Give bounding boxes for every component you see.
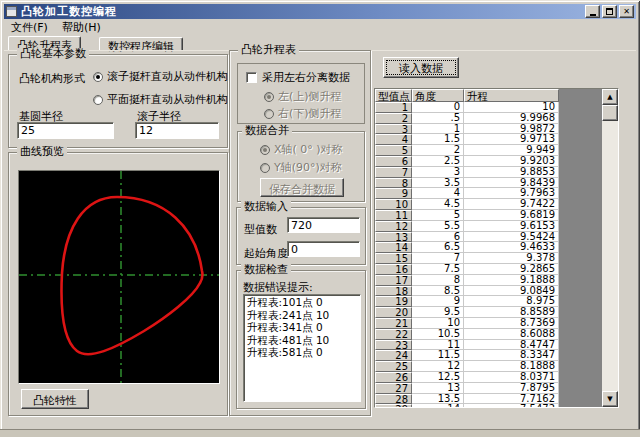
table-cell: 5 [412, 210, 464, 221]
table-cell: 9.5 [412, 307, 464, 318]
scroll-down-button[interactable]: ▼ [602, 391, 618, 407]
maximize-button[interactable] [602, 5, 617, 18]
group-basic-params: 凸轮基本参数 凸轮机构形式 滚子挺杆直动从动件机构 平面挺杆直动从动件机构 基圆… [8, 54, 228, 148]
close-button[interactable]: ✕ [619, 5, 634, 18]
error-list-item[interactable]: 升程表:241点 10 [247, 309, 360, 322]
table-row[interactable]: 2411.58.3347 [375, 350, 559, 361]
error-hint-label: 数据错误提示: [243, 280, 313, 295]
table-cell: 1.5 [412, 134, 464, 145]
table-row[interactable]: 41.59.9713 [375, 134, 559, 145]
table-cell: 1 [375, 102, 412, 113]
table-row[interactable]: 27137.8795 [375, 383, 559, 394]
table-row[interactable]: 21108.7369 [375, 318, 559, 329]
table-cell: 22 [375, 329, 412, 340]
grid-vertical-scrollbar[interactable]: ▲ ▼ [602, 89, 618, 407]
table-cell: 23 [375, 340, 412, 351]
table-cell: 9.9203 [464, 156, 559, 167]
roller-radius-field[interactable]: 12 [135, 122, 219, 139]
separate-data-checkbox[interactable]: 采用左右分离数据 [246, 70, 350, 85]
table-row[interactable]: 1789.1888 [375, 275, 559, 286]
table-cell: 8 [412, 275, 464, 286]
table-row[interactable]: 125.59.6153 [375, 221, 559, 232]
table-row[interactable]: 1369.5424 [375, 232, 559, 243]
scroll-up-button[interactable]: ▲ [602, 89, 618, 105]
table-cell: 3 [375, 124, 412, 135]
table-row[interactable]: 1998.975 [375, 296, 559, 307]
table-row[interactable]: 529.949 [375, 145, 559, 156]
radio-flat-follower[interactable]: 平面挺杆直动从动件机构 [93, 92, 228, 107]
table-cell: 8 [375, 178, 412, 189]
group-data-input-title: 数据输入 [241, 201, 291, 213]
table-cell: 3 [412, 167, 464, 178]
table-row[interactable]: 167.59.2865 [375, 264, 559, 275]
col-header-angle: 角度 [412, 89, 464, 102]
table-row[interactable]: 1159.6819 [375, 210, 559, 221]
app-icon [6, 6, 17, 17]
title-bar[interactable]: 凸轮加工数控编程 ✕ [4, 4, 636, 19]
table-cell: 2 [412, 145, 464, 156]
table-row[interactable]: 104.59.7422 [375, 199, 559, 210]
table-cell: 9.2865 [464, 264, 559, 275]
table-cell: 8.0371 [464, 372, 559, 383]
table-cell: 4 [412, 188, 464, 199]
start-angle-field[interactable]: 0 [287, 241, 360, 257]
table-row[interactable]: 209.58.8589 [375, 307, 559, 318]
table-cell: 2 [375, 113, 412, 124]
error-list-item[interactable]: 升程表:581点 0 [247, 346, 360, 359]
read-data-button[interactable]: 读入数据 [383, 57, 459, 78]
table-row[interactable]: 2210.58.6088 [375, 329, 559, 340]
table-cell: 11 [412, 340, 464, 351]
scroll-thumb[interactable] [602, 105, 618, 121]
table-row[interactable]: 319.9872 [375, 124, 559, 135]
table-row[interactable]: 2.59.9968 [375, 113, 559, 124]
table-row[interactable]: 739.8853 [375, 167, 559, 178]
table-row[interactable]: 2612.58.0371 [375, 372, 559, 383]
tab-nc-editor[interactable]: 数控程序编辑 [99, 37, 183, 51]
table-cell: 16 [375, 264, 412, 275]
error-list-item[interactable]: 升程表:341点 0 [247, 321, 360, 334]
table-row[interactable]: 23118.4747 [375, 340, 559, 351]
table-cell: 10 [375, 199, 412, 210]
point-count-field[interactable]: 720 [287, 217, 360, 233]
table-cell: 12 [375, 221, 412, 232]
radio-icon [264, 92, 274, 102]
cam-feature-button[interactable]: 凸轮特性 [21, 389, 89, 409]
table-row[interactable]: 29147.5472 [375, 404, 559, 407]
window-bottom-edge [0, 429, 640, 437]
base-radius-field[interactable]: 25 [17, 122, 114, 139]
error-list-item[interactable]: 升程表:101点 0 [247, 296, 360, 309]
app-window: 凸轮加工数控编程 ✕ 文件(F) 帮助(H) 凸轮升程表 数控程序编辑 凸轮基本… [0, 0, 640, 437]
maximize-icon [606, 8, 613, 15]
table-row[interactable]: 146.59.4633 [375, 242, 559, 253]
table-cell: 8.5 [412, 286, 464, 297]
table-cell: 7.5472 [464, 404, 559, 407]
menu-file[interactable]: 文件(F) [4, 19, 55, 36]
table-cell: 6 [375, 156, 412, 167]
table-cell: 19 [375, 296, 412, 307]
table-cell: 9.1888 [464, 275, 559, 286]
col-header-lift: 升程 [464, 89, 559, 102]
table-row[interactable]: 1010 [375, 102, 559, 113]
table-row[interactable]: 188.59.0849 [375, 286, 559, 297]
table-cell: 7 [375, 167, 412, 178]
group-curve-preview: 曲线预览 凸轮特性 [8, 152, 228, 416]
table-row[interactable]: 62.59.9203 [375, 156, 559, 167]
error-listbox[interactable]: 升程表:101点 0升程表:241点 10升程表:341点 0升程表:481点 … [243, 294, 361, 402]
table-cell: 0 [412, 102, 464, 113]
table-cell: 6.5 [412, 242, 464, 253]
menu-bar: 文件(F) 帮助(H) [4, 20, 636, 35]
table-row[interactable]: 83.59.8439 [375, 178, 559, 189]
lift-data-grid[interactable]: 型值点 角度 升程 10102.59.9968319.987241.59.971… [374, 88, 619, 408]
table-row[interactable]: 2813.57.7162 [375, 394, 559, 405]
radio-roller-follower[interactable]: 滚子挺杆直动从动件机构 [93, 69, 228, 84]
table-cell: 18 [375, 286, 412, 297]
minimize-button[interactable] [585, 5, 600, 18]
table-cell: 9 [412, 296, 464, 307]
table-row[interactable]: 1579.378 [375, 253, 559, 264]
error-list-item[interactable]: 升程表:481点 10 [247, 334, 360, 347]
focus-rect [386, 60, 456, 75]
table-row[interactable]: 25128.1888 [375, 361, 559, 372]
grid-rows[interactable]: 10102.59.9968319.987241.59.9713529.94962… [375, 102, 559, 407]
menu-help[interactable]: 帮助(H) [55, 19, 108, 36]
table-row[interactable]: 949.7963 [375, 188, 559, 199]
